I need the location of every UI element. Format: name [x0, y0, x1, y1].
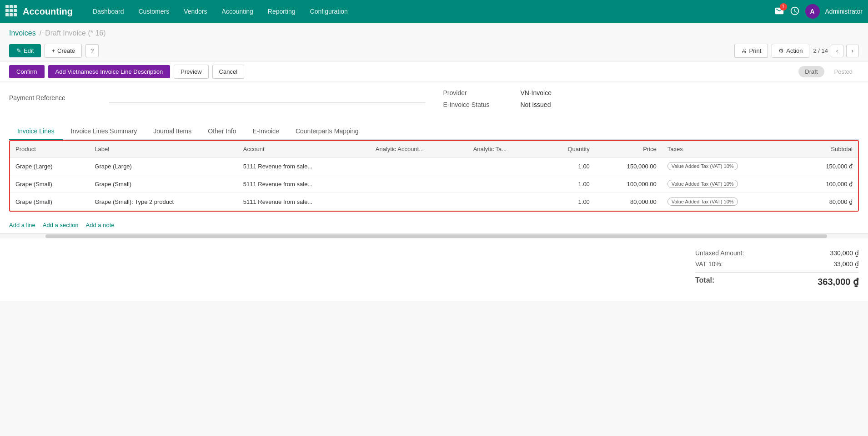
col-header-subtotal: Subtotal	[796, 141, 858, 157]
breadcrumb: Invoices / Draft Invoice (* 16)	[0, 23, 868, 40]
clock-icon[interactable]	[790, 6, 800, 17]
add-line-link[interactable]: Add a line	[9, 222, 35, 228]
col-header-quantity: Quantity	[541, 141, 595, 157]
nav-accounting[interactable]: Accounting	[216, 5, 260, 18]
table-row[interactable]: Grape (Small) Grape (Small): Type 2 prod…	[10, 193, 858, 211]
edit-button[interactable]: ✎ Edit	[9, 44, 41, 57]
cell-analytic-tag	[468, 175, 541, 193]
nav-reporting[interactable]: Reporting	[261, 5, 302, 18]
einvoice-status-label: E-Invoice Status	[443, 101, 512, 108]
cell-quantity: 1.00	[541, 193, 595, 211]
nav-links: Dashboard Customers Vendors Accounting R…	[86, 5, 774, 18]
vat-label: VAT 10%:	[695, 260, 723, 268]
user-avatar[interactable]: A	[805, 4, 820, 19]
cell-analytic-tag	[468, 193, 541, 211]
confirm-button[interactable]: Confirm	[9, 65, 45, 78]
breadcrumb-current: Draft Invoice (* 16)	[45, 29, 105, 37]
col-header-account: Account	[238, 141, 370, 157]
main-content: Payment Reference Provider VN-Invoice E-…	[0, 82, 868, 301]
untaxed-value: 330,000 ₫	[830, 249, 859, 257]
totals-table: Untaxed Amount: 330,000 ₫ VAT 10%: 33,00…	[695, 248, 859, 289]
pagination-prev[interactable]: ‹	[831, 45, 843, 57]
preview-button[interactable]: Preview	[174, 65, 208, 79]
nav-dashboard[interactable]: Dashboard	[86, 5, 130, 18]
col-header-product: Product	[10, 141, 89, 157]
scroll-track	[45, 234, 827, 238]
add-section-link[interactable]: Add a section	[43, 222, 79, 228]
status-bar: Confirm Add Vietnamese Invoice Line Desc…	[0, 61, 868, 82]
horizontal-scrollbar[interactable]	[0, 233, 868, 238]
cell-account: 5111 Revenue from sale...	[238, 193, 370, 211]
col-header-price: Price	[595, 141, 662, 157]
vat-value: 33,000 ₫	[833, 260, 859, 268]
create-button[interactable]: + Create	[45, 44, 82, 58]
cell-tax: Value Added Tax (VAT) 10%	[662, 175, 796, 193]
payment-ref-row: Payment Reference	[9, 89, 425, 106]
add-vn-button[interactable]: Add Vietnamese Invoice Line Description	[48, 65, 171, 78]
table-header-row: Product Label Account Analytic Account..…	[10, 141, 858, 157]
invoice-lines-table: Product Label Account Analytic Account..…	[10, 141, 858, 211]
nav-configuration[interactable]: Configuration	[304, 5, 354, 18]
top-navigation: Accounting Dashboard Customers Vendors A…	[0, 0, 868, 23]
cell-account: 5111 Revenue from sale...	[238, 175, 370, 193]
untaxed-row: Untaxed Amount: 330,000 ₫	[695, 248, 859, 259]
table-row[interactable]: Grape (Large) Grape (Large) 5111 Revenue…	[10, 157, 858, 175]
col-header-analytic-tag: Analytic Ta...	[468, 141, 541, 157]
status-posted: Posted	[828, 66, 859, 77]
tab-invoice-lines[interactable]: Invoice Lines	[9, 123, 63, 140]
pagination: 2 / 14 ‹ ›	[813, 45, 859, 57]
notification-icon[interactable]: 1	[774, 6, 784, 17]
cell-product: Grape (Small)	[10, 175, 89, 193]
breadcrumb-parent[interactable]: Invoices	[9, 29, 36, 37]
total-value: 363,000 ₫	[818, 276, 859, 287]
nav-vendors[interactable]: Vendors	[177, 5, 213, 18]
provider-section: Provider VN-Invoice E-Invoice Status Not…	[443, 89, 859, 114]
payment-ref-section: Payment Reference	[9, 89, 425, 114]
cell-analytic-tag	[468, 157, 541, 175]
status-draft[interactable]: Draft	[798, 66, 824, 77]
cell-label: Grape (Small): Type 2 product	[89, 193, 237, 211]
table-row[interactable]: Grape (Small) Grape (Small) 5111 Revenue…	[10, 175, 858, 193]
top-info-section: Payment Reference Provider VN-Invoice E-…	[9, 89, 859, 114]
tab-journal-items[interactable]: Journal Items	[145, 123, 200, 140]
col-header-label: Label	[89, 141, 237, 157]
plus-icon: +	[51, 47, 55, 54]
col-header-analytic-account: Analytic Account...	[370, 141, 468, 157]
tab-other-info[interactable]: Other Info	[200, 123, 244, 140]
cell-analytic-account	[370, 175, 468, 193]
gear-icon: ⚙	[778, 47, 784, 54]
total-label: Total:	[695, 276, 714, 287]
cell-price: 80,000.00	[595, 193, 662, 211]
tab-einvoice[interactable]: E-Invoice	[245, 123, 287, 140]
tab-invoice-lines-summary[interactable]: Invoice Lines Summary	[63, 123, 146, 140]
cell-tax: Value Added Tax (VAT) 10%	[662, 193, 796, 211]
pagination-next[interactable]: ›	[846, 45, 859, 57]
cell-label: Grape (Large)	[89, 157, 237, 175]
cell-product: Grape (Small)	[10, 193, 89, 211]
cell-label: Grape (Small)	[89, 175, 237, 193]
cell-product: Grape (Large)	[10, 157, 89, 175]
nav-customers[interactable]: Customers	[132, 5, 176, 18]
toolbar: ✎ Edit + Create ? 🖨 Print ⚙ Action 2 / 1…	[0, 40, 868, 61]
cell-tax: Value Added Tax (VAT) 10%	[662, 157, 796, 175]
cell-analytic-account	[370, 157, 468, 175]
edit-icon: ✎	[16, 47, 21, 54]
cancel-button[interactable]: Cancel	[212, 65, 244, 79]
cell-account: 5111 Revenue from sale...	[238, 157, 370, 175]
payment-ref-label: Payment Reference	[9, 94, 109, 101]
vat-row: VAT 10%: 33,000 ₫	[695, 259, 859, 269]
user-name[interactable]: Administrator	[825, 8, 863, 15]
payment-ref-value[interactable]	[109, 93, 425, 103]
action-button[interactable]: ⚙ Action	[772, 44, 809, 58]
cell-analytic-account	[370, 193, 468, 211]
help-button[interactable]: ?	[85, 44, 99, 57]
app-grid-icon[interactable]	[5, 5, 18, 18]
tab-counterparts-mapping[interactable]: Counterparts Mapping	[287, 123, 367, 140]
cell-subtotal: 80,000 ₫	[796, 193, 858, 211]
cell-subtotal: 100,000 ₫	[796, 175, 858, 193]
col-header-taxes: Taxes	[662, 141, 796, 157]
print-button[interactable]: 🖨 Print	[734, 44, 768, 58]
right-icons: 1 A Administrator	[774, 4, 863, 19]
add-note-link[interactable]: Add a note	[86, 222, 115, 228]
cell-price: 100,000.00	[595, 175, 662, 193]
